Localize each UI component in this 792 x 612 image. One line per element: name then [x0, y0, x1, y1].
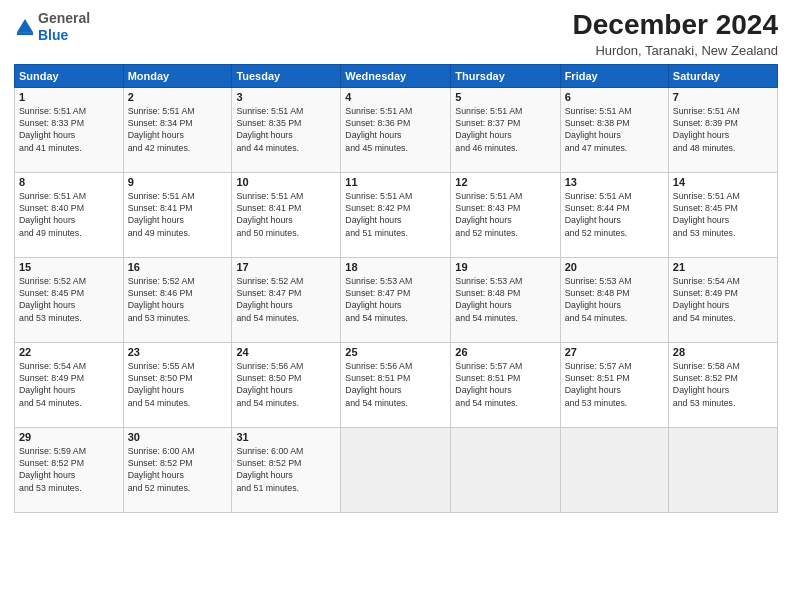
day-info: Sunrise: 5:56 AMSunset: 8:51 PMDaylight …	[345, 361, 412, 408]
day-info: Sunrise: 5:57 AMSunset: 8:51 PMDaylight …	[565, 361, 632, 408]
day-info: Sunrise: 5:51 AMSunset: 8:37 PMDaylight …	[455, 106, 522, 153]
calendar-cell: 28 Sunrise: 5:58 AMSunset: 8:52 PMDaylig…	[668, 342, 777, 427]
calendar-cell: 12 Sunrise: 5:51 AMSunset: 8:43 PMDaylig…	[451, 172, 560, 257]
day-number: 9	[128, 176, 228, 188]
day-info: Sunrise: 5:51 AMSunset: 8:34 PMDaylight …	[128, 106, 195, 153]
calendar-cell: 6 Sunrise: 5:51 AMSunset: 8:38 PMDayligh…	[560, 87, 668, 172]
weekday-header-thursday: Thursday	[451, 64, 560, 87]
calendar-cell: 25 Sunrise: 5:56 AMSunset: 8:51 PMDaylig…	[341, 342, 451, 427]
calendar-cell: 8 Sunrise: 5:51 AMSunset: 8:40 PMDayligh…	[15, 172, 124, 257]
logo-general: General	[38, 10, 90, 26]
day-info: Sunrise: 5:51 AMSunset: 8:39 PMDaylight …	[673, 106, 740, 153]
calendar-cell: 17 Sunrise: 5:52 AMSunset: 8:47 PMDaylig…	[232, 257, 341, 342]
day-number: 5	[455, 91, 555, 103]
day-info: Sunrise: 5:55 AMSunset: 8:50 PMDaylight …	[128, 361, 195, 408]
day-number: 21	[673, 261, 773, 273]
day-number: 30	[128, 431, 228, 443]
calendar-cell: 2 Sunrise: 5:51 AMSunset: 8:34 PMDayligh…	[123, 87, 232, 172]
calendar-cell: 9 Sunrise: 5:51 AMSunset: 8:41 PMDayligh…	[123, 172, 232, 257]
calendar-cell: 5 Sunrise: 5:51 AMSunset: 8:37 PMDayligh…	[451, 87, 560, 172]
calendar-cell: 15 Sunrise: 5:52 AMSunset: 8:45 PMDaylig…	[15, 257, 124, 342]
calendar-cell: 7 Sunrise: 5:51 AMSunset: 8:39 PMDayligh…	[668, 87, 777, 172]
weekday-header-tuesday: Tuesday	[232, 64, 341, 87]
day-number: 27	[565, 346, 664, 358]
day-info: Sunrise: 5:59 AMSunset: 8:52 PMDaylight …	[19, 446, 86, 493]
day-number: 2	[128, 91, 228, 103]
day-info: Sunrise: 5:54 AMSunset: 8:49 PMDaylight …	[19, 361, 86, 408]
weekday-header-monday: Monday	[123, 64, 232, 87]
day-number: 16	[128, 261, 228, 273]
day-number: 13	[565, 176, 664, 188]
calendar-cell: 3 Sunrise: 5:51 AMSunset: 8:35 PMDayligh…	[232, 87, 341, 172]
calendar-cell: 16 Sunrise: 5:52 AMSunset: 8:46 PMDaylig…	[123, 257, 232, 342]
calendar-cell: 24 Sunrise: 5:56 AMSunset: 8:50 PMDaylig…	[232, 342, 341, 427]
calendar-cell	[451, 427, 560, 512]
calendar-cell: 4 Sunrise: 5:51 AMSunset: 8:36 PMDayligh…	[341, 87, 451, 172]
location: Hurdon, Taranaki, New Zealand	[573, 43, 778, 58]
day-info: Sunrise: 6:00 AMSunset: 8:52 PMDaylight …	[128, 446, 195, 493]
svg-rect-1	[17, 32, 33, 35]
day-number: 18	[345, 261, 446, 273]
day-info: Sunrise: 5:51 AMSunset: 8:42 PMDaylight …	[345, 191, 412, 238]
calendar-cell: 22 Sunrise: 5:54 AMSunset: 8:49 PMDaylig…	[15, 342, 124, 427]
logo: General Blue	[14, 10, 90, 44]
week-row-5: 29 Sunrise: 5:59 AMSunset: 8:52 PMDaylig…	[15, 427, 778, 512]
day-number: 15	[19, 261, 119, 273]
week-row-2: 8 Sunrise: 5:51 AMSunset: 8:40 PMDayligh…	[15, 172, 778, 257]
calendar-cell: 20 Sunrise: 5:53 AMSunset: 8:48 PMDaylig…	[560, 257, 668, 342]
day-info: Sunrise: 5:51 AMSunset: 8:36 PMDaylight …	[345, 106, 412, 153]
day-info: Sunrise: 5:51 AMSunset: 8:43 PMDaylight …	[455, 191, 522, 238]
day-number: 22	[19, 346, 119, 358]
day-info: Sunrise: 5:53 AMSunset: 8:48 PMDaylight …	[455, 276, 522, 323]
day-info: Sunrise: 5:58 AMSunset: 8:52 PMDaylight …	[673, 361, 740, 408]
weekday-header-friday: Friday	[560, 64, 668, 87]
day-info: Sunrise: 5:53 AMSunset: 8:48 PMDaylight …	[565, 276, 632, 323]
day-number: 6	[565, 91, 664, 103]
day-number: 25	[345, 346, 446, 358]
day-info: Sunrise: 5:51 AMSunset: 8:35 PMDaylight …	[236, 106, 303, 153]
day-number: 20	[565, 261, 664, 273]
day-number: 17	[236, 261, 336, 273]
day-number: 8	[19, 176, 119, 188]
header: General Blue December 2024 Hurdon, Taran…	[14, 10, 778, 58]
day-number: 24	[236, 346, 336, 358]
day-number: 31	[236, 431, 336, 443]
weekday-header-row: SundayMondayTuesdayWednesdayThursdayFrid…	[15, 64, 778, 87]
day-number: 11	[345, 176, 446, 188]
week-row-1: 1 Sunrise: 5:51 AMSunset: 8:33 PMDayligh…	[15, 87, 778, 172]
day-info: Sunrise: 5:57 AMSunset: 8:51 PMDaylight …	[455, 361, 522, 408]
day-info: Sunrise: 5:51 AMSunset: 8:44 PMDaylight …	[565, 191, 632, 238]
calendar-cell: 23 Sunrise: 5:55 AMSunset: 8:50 PMDaylig…	[123, 342, 232, 427]
calendar-cell: 26 Sunrise: 5:57 AMSunset: 8:51 PMDaylig…	[451, 342, 560, 427]
day-number: 3	[236, 91, 336, 103]
month-title: December 2024	[573, 10, 778, 41]
week-row-4: 22 Sunrise: 5:54 AMSunset: 8:49 PMDaylig…	[15, 342, 778, 427]
day-info: Sunrise: 5:52 AMSunset: 8:47 PMDaylight …	[236, 276, 303, 323]
logo-blue-text: Blue	[38, 27, 68, 43]
day-info: Sunrise: 5:51 AMSunset: 8:33 PMDaylight …	[19, 106, 86, 153]
calendar-cell	[668, 427, 777, 512]
calendar-cell: 29 Sunrise: 5:59 AMSunset: 8:52 PMDaylig…	[15, 427, 124, 512]
day-number: 1	[19, 91, 119, 103]
calendar-cell: 13 Sunrise: 5:51 AMSunset: 8:44 PMDaylig…	[560, 172, 668, 257]
weekday-header-saturday: Saturday	[668, 64, 777, 87]
day-info: Sunrise: 5:51 AMSunset: 8:41 PMDaylight …	[128, 191, 195, 238]
calendar-cell: 30 Sunrise: 6:00 AMSunset: 8:52 PMDaylig…	[123, 427, 232, 512]
day-number: 29	[19, 431, 119, 443]
weekday-header-sunday: Sunday	[15, 64, 124, 87]
day-info: Sunrise: 5:52 AMSunset: 8:46 PMDaylight …	[128, 276, 195, 323]
day-number: 14	[673, 176, 773, 188]
calendar-cell	[341, 427, 451, 512]
day-number: 4	[345, 91, 446, 103]
day-number: 19	[455, 261, 555, 273]
day-info: Sunrise: 5:52 AMSunset: 8:45 PMDaylight …	[19, 276, 86, 323]
logo-text: General Blue	[38, 10, 90, 44]
day-info: Sunrise: 5:51 AMSunset: 8:40 PMDaylight …	[19, 191, 86, 238]
day-info: Sunrise: 5:54 AMSunset: 8:49 PMDaylight …	[673, 276, 740, 323]
day-info: Sunrise: 5:51 AMSunset: 8:45 PMDaylight …	[673, 191, 740, 238]
day-info: Sunrise: 5:51 AMSunset: 8:38 PMDaylight …	[565, 106, 632, 153]
calendar-cell: 19 Sunrise: 5:53 AMSunset: 8:48 PMDaylig…	[451, 257, 560, 342]
calendar-cell: 11 Sunrise: 5:51 AMSunset: 8:42 PMDaylig…	[341, 172, 451, 257]
calendar-cell: 21 Sunrise: 5:54 AMSunset: 8:49 PMDaylig…	[668, 257, 777, 342]
calendar-table: SundayMondayTuesdayWednesdayThursdayFrid…	[14, 64, 778, 513]
